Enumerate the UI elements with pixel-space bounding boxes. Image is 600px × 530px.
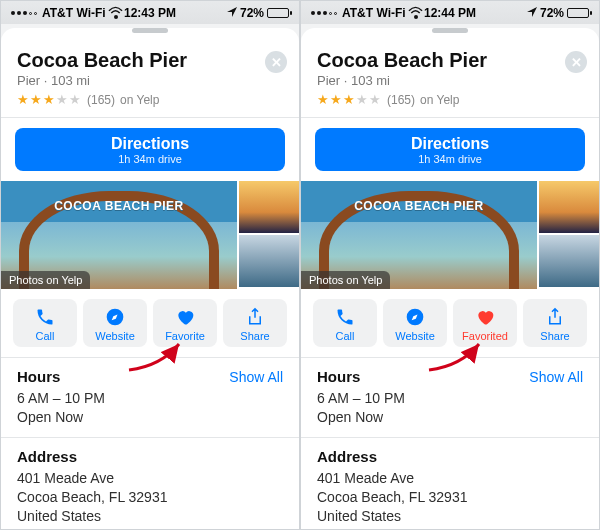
rating-row[interactable]: ★★★★★ (165) on Yelp [17, 92, 283, 107]
address-line1: 401 Meade Ave [17, 470, 114, 486]
hours-status: Open Now [17, 409, 83, 425]
clock-label: 12:43 PM [1, 6, 299, 20]
address-line1: 401 Meade Ave [317, 470, 414, 486]
hours-range: 6 AM – 10 PM [17, 390, 105, 406]
favorite-button[interactable]: Favorited [453, 299, 517, 347]
clock-label: 12:44 PM [301, 6, 599, 20]
call-label: Call [313, 330, 377, 342]
photo-sign-text: COCOA BEACH PIER [331, 199, 507, 213]
close-icon: ✕ [571, 55, 582, 70]
action-row: Call Website Favorite Share [1, 289, 299, 358]
rating-count: (165) [387, 93, 415, 107]
call-label: Call [13, 330, 77, 342]
directions-label: Directions [315, 135, 585, 153]
hours-title: Hours [17, 368, 60, 385]
place-subtitle: Pier · 103 mi [17, 73, 283, 88]
photos-source-badge: Photos on Yelp [1, 271, 90, 289]
place-title: Cocoa Beach Pier [317, 49, 583, 72]
address-section[interactable]: Address 401 Meade Ave Cocoa Beach, FL 32… [1, 438, 299, 530]
close-button[interactable]: ✕ [265, 51, 287, 73]
directions-eta: 1h 34m drive [15, 153, 285, 165]
website-button[interactable]: Website [383, 299, 447, 347]
photo-sign-text: COCOA BEACH PIER [31, 199, 207, 213]
photo-thumb-2[interactable] [239, 235, 299, 289]
grabber-handle[interactable] [132, 28, 168, 33]
directions-label: Directions [15, 135, 285, 153]
photo-thumb-1[interactable] [539, 181, 599, 235]
address-line2: Cocoa Beach, FL 32931 [17, 489, 167, 505]
heart-icon [153, 306, 217, 328]
website-label: Website [83, 330, 147, 342]
place-card: ✕ Cocoa Beach Pier Pier · 103 mi ★★★★★ (… [301, 28, 599, 530]
share-button[interactable]: Share [523, 299, 587, 347]
hours-status: Open Now [317, 409, 383, 425]
favorite-label: Favorited [453, 330, 517, 342]
call-button[interactable]: Call [13, 299, 77, 347]
photo-strip[interactable]: COCOA BEACH PIER Photos on Yelp [301, 181, 599, 289]
hours-range: 6 AM – 10 PM [317, 390, 405, 406]
stars-icon: ★★★★★ [317, 92, 382, 107]
directions-button[interactable]: Directions 1h 34m drive [315, 128, 585, 171]
call-button[interactable]: Call [313, 299, 377, 347]
phone-icon [13, 306, 77, 328]
directions-eta: 1h 34m drive [315, 153, 585, 165]
share-icon [523, 306, 587, 328]
status-bar: AT&T Wi-Fi 12:43 PM 72% [1, 1, 299, 24]
rating-row[interactable]: ★★★★★ (165) on Yelp [317, 92, 583, 107]
share-label: Share [523, 330, 587, 342]
share-icon [223, 306, 287, 328]
photo-strip[interactable]: COCOA BEACH PIER Photos on Yelp [1, 181, 299, 289]
photo-thumb-1[interactable] [239, 181, 299, 235]
address-line3: United States [317, 508, 401, 524]
favorite-button[interactable]: Favorite [153, 299, 217, 347]
hours-title: Hours [317, 368, 360, 385]
grabber-handle[interactable] [432, 28, 468, 33]
action-row: Call Website Favorited Share [301, 289, 599, 358]
battery-icon [567, 8, 589, 18]
website-label: Website [383, 330, 447, 342]
photo-thumb-2[interactable] [539, 235, 599, 289]
rating-source: on Yelp [120, 93, 159, 107]
phone-icon [313, 306, 377, 328]
share-button[interactable]: Share [223, 299, 287, 347]
address-line2: Cocoa Beach, FL 32931 [317, 489, 467, 505]
directions-button[interactable]: Directions 1h 34m drive [15, 128, 285, 171]
place-title: Cocoa Beach Pier [17, 49, 283, 72]
rating-source: on Yelp [420, 93, 459, 107]
status-bar: AT&T Wi-Fi 12:44 PM 72% [301, 1, 599, 24]
place-card: ✕ Cocoa Beach Pier Pier · 103 mi ★★★★★ (… [1, 28, 299, 530]
close-icon: ✕ [271, 55, 282, 70]
photo-main[interactable]: COCOA BEACH PIER Photos on Yelp [1, 181, 237, 289]
address-title: Address [317, 448, 583, 465]
share-label: Share [223, 330, 287, 342]
hours-section: Hours Show All 6 AM – 10 PM Open Now [301, 358, 599, 438]
screenshot-left: AT&T Wi-Fi 12:43 PM 72% ✕ Cocoa Beach Pi… [0, 0, 300, 530]
show-all-button[interactable]: Show All [529, 369, 583, 385]
stars-icon: ★★★★★ [17, 92, 82, 107]
address-section[interactable]: Address 401 Meade Ave Cocoa Beach, FL 32… [301, 438, 599, 530]
photo-main[interactable]: COCOA BEACH PIER Photos on Yelp [301, 181, 537, 289]
address-title: Address [17, 448, 283, 465]
heart-icon [453, 306, 517, 328]
hours-section: Hours Show All 6 AM – 10 PM Open Now [1, 358, 299, 438]
place-subtitle: Pier · 103 mi [317, 73, 583, 88]
compass-icon [83, 306, 147, 328]
battery-icon [267, 8, 289, 18]
rating-count: (165) [87, 93, 115, 107]
close-button[interactable]: ✕ [565, 51, 587, 73]
photos-source-badge: Photos on Yelp [301, 271, 390, 289]
screenshot-right: AT&T Wi-Fi 12:44 PM 72% ✕ Cocoa Beach Pi… [300, 0, 600, 530]
address-line3: United States [17, 508, 101, 524]
website-button[interactable]: Website [83, 299, 147, 347]
compass-icon [383, 306, 447, 328]
show-all-button[interactable]: Show All [229, 369, 283, 385]
favorite-label: Favorite [153, 330, 217, 342]
